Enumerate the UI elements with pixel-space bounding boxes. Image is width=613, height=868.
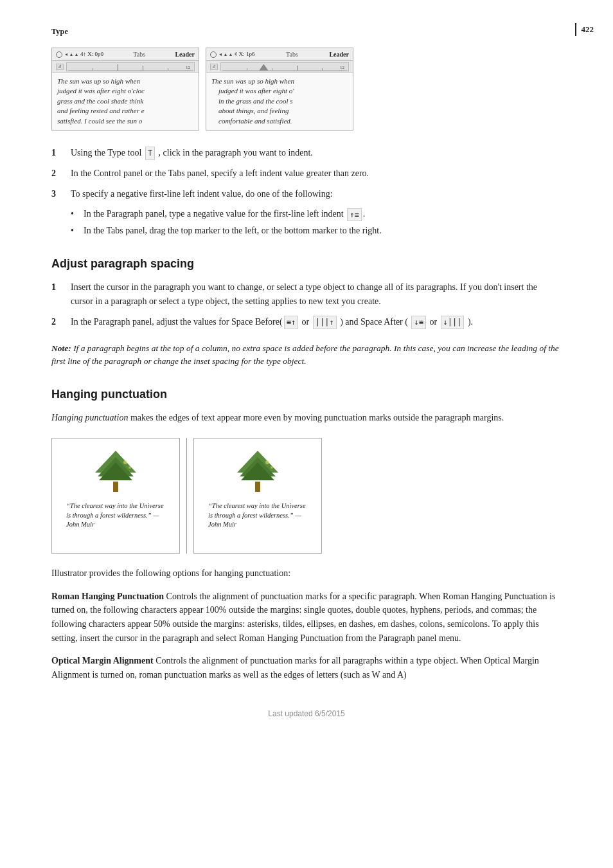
tree-image-right xyxy=(232,445,283,496)
note-paragraph: Note: If a paragraph begins at the top o… xyxy=(51,342,562,368)
bullet-dot-1: • xyxy=(71,207,78,221)
step-text-1: Using the Type tool T , click in the par… xyxy=(71,146,562,160)
svg-point-10 xyxy=(265,460,269,464)
step-num-2: 2 xyxy=(51,167,63,180)
bullet-item-1: • In the Paragraph panel, type a negativ… xyxy=(71,207,562,221)
space-after-icon: ↓≡ xyxy=(411,316,425,329)
bullet-text-1: In the Paragraph panel, type a negative … xyxy=(84,207,365,221)
page-number: 422 xyxy=(575,23,594,36)
step-text-3: To specify a negative first-line left in… xyxy=(71,187,562,201)
illustration-row: “The clearest way into the Universe is t… xyxy=(51,438,562,554)
diagram-left-header: ◂ ▴ ▴ 4↑ X: 0p0 Tabs Leader xyxy=(52,48,199,61)
hanging-punctuation-heading: Hanging punctuation xyxy=(51,386,562,403)
hanging-punctuation-intro: Hanging punctuation makes the edges of t… xyxy=(51,411,562,425)
up-arrow2-icon: ▴ xyxy=(75,51,78,59)
up-arrow4-icon: ▴ xyxy=(229,51,232,59)
step-text-2: In the Control panel or the Tabs panel, … xyxy=(71,167,562,181)
bullet-item-2: • In the Tabs panel, drag the top marker… xyxy=(71,224,562,237)
diagram-right: ◂ ▴ ▴ ¢ X: 1p6 Tabs Leader ⊿ 12 xyxy=(206,48,353,131)
step-num-1: 1 xyxy=(51,146,63,159)
bullet-text-2: In the Tabs panel, drag the top marker t… xyxy=(84,224,382,237)
diagram-left-controls: ◂ ▴ ▴ 4↑ X: 0p0 xyxy=(56,50,103,59)
illus-text-left: “The clearest way into the Universe is t… xyxy=(58,502,173,538)
roman-hanging-label: Roman Hanging Punctuation xyxy=(51,592,164,601)
svg-rect-0 xyxy=(113,482,118,492)
tabs-label-right: Tabs xyxy=(286,50,298,59)
leader-label-left: Leader xyxy=(175,50,195,59)
steps-section1: 1 Using the Type tool T , click in the p… xyxy=(51,146,562,237)
step-1: 1 Using the Type tool T , click in the p… xyxy=(51,146,562,160)
illus-divider xyxy=(186,438,187,554)
bullet-dot-2: • xyxy=(71,224,78,237)
adjust-spacing-heading: Adjust paragraph spacing xyxy=(51,255,562,273)
tree-svg-left xyxy=(90,448,141,493)
x-label-right: ¢ X: 1p6 xyxy=(235,50,255,59)
page: 422 Type ◂ ▴ ▴ 4↑ X: 0p0 Tabs Leader ⊿ xyxy=(0,0,613,868)
svg-point-5 xyxy=(129,466,131,469)
svg-point-11 xyxy=(271,466,273,469)
optical-margin-label: Optical Margin Alignment xyxy=(51,656,154,665)
adjust-step-text-2: In the Paragraph panel, adjust the value… xyxy=(71,315,562,329)
bullet-list-1: • In the Paragraph panel, type a negativ… xyxy=(71,207,562,237)
circle-icon xyxy=(56,51,62,58)
left-arrow-icon: ◂ xyxy=(65,51,67,59)
page-footer: Last updated 6/5/2015 xyxy=(51,708,562,719)
hanging-punctuation-intro-text: makes the edges of text appear more even… xyxy=(130,413,504,422)
illus-box-right: “The clearest way into the Universe is t… xyxy=(193,438,322,554)
hanging-punctuation-section: Hanging punctuation Hanging punctuation … xyxy=(51,386,562,682)
section-label: Type xyxy=(51,26,562,37)
svg-rect-6 xyxy=(255,482,260,492)
diagram-right-controls: ◂ ▴ ▴ ¢ X: 1p6 xyxy=(210,50,255,59)
diagrams-row: ◂ ▴ ▴ 4↑ X: 0p0 Tabs Leader ⊿ 12 xyxy=(51,48,562,131)
diagram-left-ruler: ⊿ 12 xyxy=(52,61,199,73)
tabs-label-left: Tabs xyxy=(133,50,145,59)
step-2: 2 In the Control panel or the Tabs panel… xyxy=(51,167,562,181)
tree-image-left xyxy=(90,445,141,496)
adjust-step-num-2: 2 xyxy=(51,315,63,329)
diagram-left: ◂ ▴ ▴ 4↑ X: 0p0 Tabs Leader ⊿ 12 xyxy=(51,48,199,131)
leader-label-right: Leader xyxy=(329,50,349,59)
type-tool-icon: T xyxy=(145,147,155,160)
space-before-icon2: |||↑ xyxy=(313,316,337,329)
adjust-step-2: 2 In the Paragraph panel, adjust the val… xyxy=(51,315,562,329)
space-after-icon2: ↓||| xyxy=(441,316,465,329)
diagram-right-ruler: ⊿ 12 xyxy=(206,61,353,73)
adjust-spacing-section: Adjust paragraph spacing 1 Insert the cu… xyxy=(51,255,562,368)
adjust-step-num-1: 1 xyxy=(51,280,63,294)
roman-hanging-para: Roman Hanging Punctuation Controls the a… xyxy=(51,590,562,646)
space-before-icon: ≡↑ xyxy=(284,316,298,329)
circle-icon-right xyxy=(210,51,217,58)
diagram-left-text: The sun was up so high when judged it wa… xyxy=(52,73,199,130)
illus-text-right: “The clearest way into the Universe is t… xyxy=(200,502,315,538)
illus-box-left: “The clearest way into the Universe is t… xyxy=(51,438,180,554)
adjust-step-text-1: Insert the cursor in the paragraph you w… xyxy=(71,280,562,308)
optical-margin-para: Optical Margin Alignment Controls the al… xyxy=(51,654,562,682)
diagram-right-header: ◂ ▴ ▴ ¢ X: 1p6 Tabs Leader xyxy=(206,48,353,61)
first-line-indent-icon: ↑≡ xyxy=(347,208,361,221)
step-num-3: 3 xyxy=(51,187,63,201)
adjust-step-1: 1 Insert the cursor in the paragraph you… xyxy=(51,280,562,308)
steps-section2: 1 Insert the cursor in the paragraph you… xyxy=(51,280,562,329)
step-3: 3 To specify a negative first-line left … xyxy=(51,187,562,201)
up-arrow3-icon: ▴ xyxy=(224,51,227,59)
diagram-right-text: The sun was up so high when judged it wa… xyxy=(206,73,353,130)
up-arrow-icon: ▴ xyxy=(70,51,73,59)
x-label-left: 4↑ X: 0p0 xyxy=(80,50,103,59)
tree-svg-right xyxy=(232,448,283,493)
hanging-punctuation-term: Hanging punctuation xyxy=(51,413,128,422)
note-content: If a paragraph begins at the top of a co… xyxy=(51,343,559,366)
hanging-options-intro: Illustrator provides the following optio… xyxy=(51,566,562,581)
svg-point-4 xyxy=(123,460,127,464)
note-label: Note: xyxy=(51,343,71,353)
left-arrow2-icon: ◂ xyxy=(219,51,222,59)
